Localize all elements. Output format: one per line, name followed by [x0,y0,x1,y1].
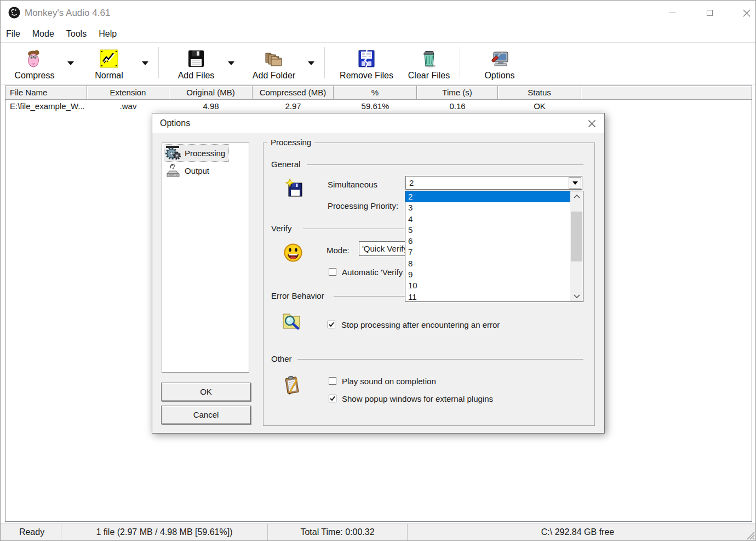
chevron-up-icon [574,195,580,198]
cell-original: 4.98 [169,100,253,113]
chevron-down-icon [228,61,234,65]
verify-heading: Verify [271,224,292,233]
dropdown-option[interactable]: 3 [405,202,570,213]
column-header-percent[interactable]: % [334,86,417,100]
nav-label-output: Output [185,166,209,175]
options-dialog: Options Processing [152,113,605,434]
menu-bar: File Mode Tools Help [1,25,755,42]
options-category-list: Processing Output [162,143,249,373]
status-files: 1 file (2.97 MB / 4.98 MB [59.61%]) [61,524,267,540]
column-header-file-name[interactable]: File Name [5,86,87,100]
close-icon [743,9,751,17]
simultaneous-combo-button[interactable] [569,177,581,189]
scroll-down-button[interactable] [570,291,583,301]
general-heading: General [271,160,300,169]
ok-button[interactable]: OK [161,383,251,401]
maximize-icon [707,10,713,16]
simultaneous-combobox[interactable]: 2 [405,176,582,190]
scrollbar-thumb[interactable] [571,212,582,261]
processing-priority-label: Processing Priority: [328,201,398,210]
dropdown-option[interactable]: 11 [405,292,570,303]
error-behavior-heading: Error Behavior [271,291,324,300]
simultaneous-label: Simultaneous [328,178,377,192]
other-divider [297,359,583,360]
play-sound-checkbox[interactable] [329,377,336,385]
cell-status: OK [498,100,581,113]
popup-windows-checkbox[interactable] [329,395,336,402]
dropdown-option[interactable]: 9 [405,269,570,280]
dropdown-scrollbar[interactable] [570,191,583,301]
add-files-floppy-icon [186,49,206,69]
dropdown-option[interactable]: 4 [405,214,570,225]
chevron-down-icon [67,61,74,65]
general-divider [307,164,583,165]
dropdown-option[interactable]: 6 [405,236,570,247]
mode-dropdown-button[interactable] [136,43,154,84]
compress-dropdown-button[interactable] [62,43,79,84]
close-button[interactable] [734,1,756,25]
dialog-close-button[interactable] [586,117,598,129]
add-folder-dropdown-button[interactable] [302,43,320,84]
minimize-button[interactable] [660,1,685,25]
options-button[interactable]: Options [473,43,526,84]
toolbar-separator [324,47,325,78]
add-folder-button[interactable]: Add Folder [245,43,302,84]
column-header-compressed[interactable]: Compressed (MB) [253,86,334,100]
processing-gears-icon [165,145,181,161]
remove-files-label: Remove Files [340,71,393,81]
compress-button[interactable]: Compress [7,43,62,84]
check-icon [329,395,336,402]
remove-files-button[interactable]: Remove Files [335,43,398,84]
title-bar: Monkey's Audio 4.61 [1,1,755,25]
dropdown-option[interactable]: 7 [405,247,570,258]
cancel-button[interactable]: Cancel [161,406,251,424]
nav-item-processing[interactable]: Processing [163,144,248,162]
status-disk-free: C:\ 292.84 GB free [407,524,748,540]
normal-mode-button[interactable]: Normal [82,43,136,84]
stop-on-error-label[interactable]: Stop processing after encountering an er… [341,320,500,329]
verify-smiley-icon [283,243,303,263]
column-header-extension[interactable]: Extension [87,86,169,100]
cell-filler [581,100,752,113]
auto-verify-checkbox[interactable] [329,268,336,276]
auto-verify-label[interactable]: Automatic 'Verify [342,267,405,277]
error-search-folder-icon [282,310,302,330]
stop-on-error-checkbox[interactable] [328,321,335,328]
menu-file[interactable]: File [6,29,25,39]
add-files-button[interactable]: Add Files [170,43,222,84]
app-window: { "window": { "title": "Monkey's Audio 4… [0,0,756,541]
play-sound-label[interactable]: Play sound on completion [342,377,436,386]
column-header-time[interactable]: Time (s) [417,86,498,100]
add-folder-label: Add Folder [253,71,295,81]
processing-group-label: Processing [267,138,314,147]
add-files-dropdown-button[interactable] [222,43,240,84]
status-ready: Ready [3,524,61,540]
toolbar-separator [158,47,159,78]
menu-help[interactable]: Help [94,29,121,39]
chevron-down-icon [308,61,314,65]
dropdown-option[interactable]: 2 [405,191,570,202]
nav-item-output[interactable]: Output [163,162,248,179]
popup-windows-label[interactable]: Show popup windows for external plugins [342,394,493,403]
clear-files-button[interactable]: Clear Files [403,43,455,84]
dropdown-option[interactable]: 10 [405,280,570,291]
chevron-down-icon [142,61,148,65]
column-header-filler [581,86,752,100]
maximize-button[interactable] [697,1,722,25]
status-total-time: Total Time: 0:00.32 [267,524,407,540]
menu-mode[interactable]: Mode [28,29,59,39]
column-header-original[interactable]: Original (MB) [169,86,253,100]
verify-mode-label: Mode: [327,246,350,255]
table-row[interactable]: E:\file_example_W... .wav 4.98 2.97 59.6… [5,100,752,113]
chevron-down-icon [574,294,580,298]
nav-label-processing: Processing [185,149,225,158]
cell-percent: 59.61% [334,100,417,113]
menu-tools[interactable]: Tools [62,29,91,39]
resize-grip[interactable] [745,530,755,540]
dropdown-option[interactable]: 5 [405,225,570,236]
chevron-down-icon [572,181,578,185]
dropdown-option[interactable]: 8 [405,258,570,269]
scroll-up-button[interactable] [570,191,583,202]
column-header-status[interactable]: Status [498,86,581,100]
file-list-header: File Name Extension Original (MB) Compre… [5,86,752,100]
